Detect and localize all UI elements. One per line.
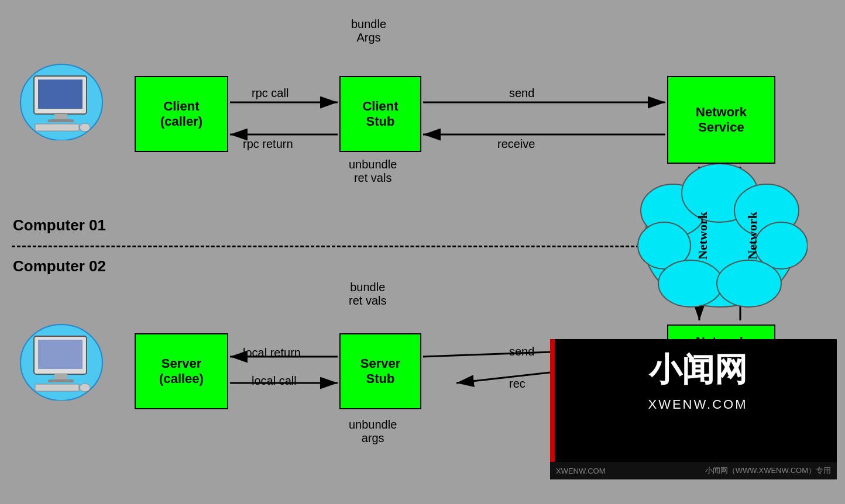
network-right-text: Network bbox=[745, 212, 760, 260]
server-callee-box: Server(callee) bbox=[135, 333, 228, 409]
svg-point-31 bbox=[658, 260, 723, 307]
network-service-box: NetworkService bbox=[667, 76, 775, 164]
watermark-site-name: 小闻网 bbox=[571, 348, 825, 392]
server-stub-box: ServerStub bbox=[339, 333, 421, 409]
network-left-text: Network bbox=[695, 212, 710, 260]
diagram-container: Client (caller) Client Stub NetworkServi… bbox=[0, 0, 845, 504]
watermark-footer2: 小闻网（WWW.XWENW.COM）专用 bbox=[705, 465, 831, 476]
watermark-url: XWENW.COM bbox=[571, 397, 825, 412]
client-stub-box: Client Stub bbox=[339, 76, 421, 152]
client-caller-box: Client (caller) bbox=[135, 76, 228, 152]
watermark-overlay: 小闻网 XWENW.COM XWENW.COM 小闻网（WWW.XWENW.CO… bbox=[550, 339, 837, 479]
cloud-shape: Network Network bbox=[632, 158, 808, 327]
svg-point-32 bbox=[717, 260, 781, 307]
watermark-footer1: XWENW.COM bbox=[556, 467, 606, 475]
